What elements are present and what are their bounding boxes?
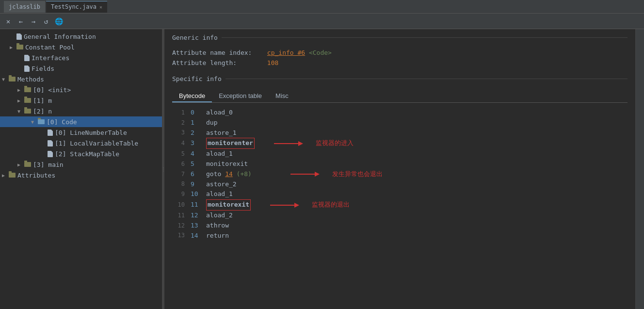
annotation-monitorenter: 监视器的进入 <box>316 138 354 148</box>
tree-item-constant-pool[interactable]: ▶ Constant Pool <box>0 42 162 52</box>
tree-item-general-info[interactable]: General Information <box>0 31 162 42</box>
file-icon <box>48 151 53 157</box>
forward-button[interactable]: → <box>28 16 39 27</box>
bc-instr-goto: goto <box>206 169 225 179</box>
bc-offset-14: 14 <box>191 231 202 241</box>
bytecode-table: 1 0 aload_0 2 1 dup 3 2 astore_1 4 3 mon… <box>172 108 628 241</box>
tab-misc[interactable]: Misc <box>269 90 295 102</box>
bc-offset-11: 11 <box>191 200 202 210</box>
right-panel: Generic info Attribute name index: cp_in… <box>164 29 635 309</box>
bc-instr-aload1: aload_1 <box>206 149 233 159</box>
tree-item-methods[interactable]: ▼ Methods <box>0 74 162 84</box>
toolbar: ✕ ← → ↺ 🌐 <box>0 14 644 29</box>
tree-label-stack-map-table: [2] StackMapTable <box>55 150 119 158</box>
tree-label-interfaces: Interfaces <box>32 54 69 62</box>
tree-label-constant-pool: Constant Pool <box>25 44 75 51</box>
tree-label-methods: Methods <box>17 76 44 83</box>
attribute-name-index-row: Attribute name index: cp_info #6 <Code> <box>172 49 628 56</box>
tree-item-stack-map-table[interactable]: [2] StackMapTable <box>0 148 162 159</box>
tree-label-init: [0] <init> <box>33 86 71 94</box>
tab-testsync-label: TestSync.java <box>51 3 97 10</box>
attribute-length-row: Attribute length: 108 <box>172 59 628 66</box>
bc-offset-9: 9 <box>191 179 202 190</box>
bc-line-4: 4 <box>173 139 185 148</box>
bc-offset-1: 1 <box>191 118 202 128</box>
attribute-length-value: 108 <box>267 59 278 66</box>
tree-item-code[interactable]: ▼ [0] Code <box>0 116 162 127</box>
close-button[interactable]: ✕ <box>3 16 14 27</box>
tree-item-attributes[interactable]: ▶ Attributes <box>0 170 162 180</box>
bc-line-12: 12 <box>173 221 185 230</box>
bc-instr-dup: dup <box>206 118 217 128</box>
tree-item-line-number-table[interactable]: [0] LineNumberTable <box>0 127 162 138</box>
tree-item-fields[interactable]: Fields <box>0 63 162 74</box>
arrow-right-icon2 <box>290 169 320 179</box>
bc-line-13: 13 <box>173 231 185 240</box>
bytecode-row-6: 6 5 monitorexit <box>172 159 628 169</box>
bc-offset-6: 6 <box>191 169 202 179</box>
tree-label-m: [1] m <box>33 97 52 104</box>
tab-testsync[interactable]: TestSync.java ✕ <box>46 1 107 13</box>
bc-line-5: 5 <box>173 149 185 159</box>
specific-info-title: Specific info <box>172 75 628 82</box>
file-icon <box>48 130 53 136</box>
bc-instr-monitorexit2: monitorexit <box>206 199 251 211</box>
attribute-name-index-label: Attribute name index: <box>172 49 259 56</box>
tree-label-fields: Fields <box>32 65 54 72</box>
arrow-right-icon <box>274 139 303 148</box>
tab-bytecode[interactable]: Bytecode <box>172 90 212 102</box>
refresh-button[interactable]: ↺ <box>41 16 51 27</box>
folder-icon <box>24 109 31 114</box>
bc-offset-5: 5 <box>191 159 202 169</box>
tree-label-code: [0] Code <box>47 118 77 126</box>
tree-item-local-variable-table[interactable]: [1] LocalVariableTable <box>0 138 162 148</box>
generic-info-title: Generic info <box>172 34 628 41</box>
left-panel: General Information ▶ Constant Pool Inte… <box>0 29 162 309</box>
bytecode-row-10: 10 11 monitorexit 监视器的退出 <box>172 199 628 211</box>
tree-item-m[interactable]: ▶ [1] m <box>0 95 162 106</box>
folder-icon <box>38 119 45 124</box>
bc-offset-12: 12 <box>191 211 202 221</box>
bc-offset-4: 4 <box>191 149 202 159</box>
bc-instr-return: return <box>206 231 229 241</box>
bc-instr-monitorenter: monitorenter <box>206 138 255 149</box>
file-icon <box>48 140 53 146</box>
tree-item-n[interactable]: ▼ [2] n <box>0 106 162 116</box>
bytecode-row-7: 7 6 goto 14 (+8) 发生异常也会退出 <box>172 169 628 179</box>
tree-item-main[interactable]: ▶ [3] main <box>0 159 162 170</box>
bytecode-row-4: 4 3 monitorenter 监视器的进入 <box>172 138 628 149</box>
bc-line-2: 2 <box>173 118 185 128</box>
tree-item-init[interactable]: ▶ [0] <init> <box>0 84 162 95</box>
file-icon <box>24 65 30 72</box>
bc-line-6: 6 <box>173 160 185 169</box>
bytecode-row-11: 11 12 aload_2 <box>172 211 628 221</box>
tree-label-line-number-table: [0] LineNumberTable <box>55 129 127 136</box>
tree-label-general-info: General Information <box>24 33 96 40</box>
bc-instr-astore1: astore_1 <box>206 128 237 138</box>
title-bar: jclasslib TestSync.java ✕ <box>0 0 644 14</box>
bc-instr-monitorexit: monitorexit <box>206 159 248 169</box>
bc-instr-aload1b: aload_1 <box>206 189 233 199</box>
bytecode-row-9: 9 10 aload_1 <box>172 189 628 199</box>
bytecode-row-13: 13 14 return <box>172 231 628 241</box>
bc-instr-athrow: athrow <box>206 221 229 231</box>
browser-button[interactable]: 🌐 <box>53 16 64 27</box>
attribute-length-label: Attribute length: <box>172 59 259 66</box>
tab-exception-table[interactable]: Exception table <box>212 90 269 102</box>
bytecode-row-12: 12 13 athrow <box>172 221 628 231</box>
close-icon[interactable]: ✕ <box>99 4 102 10</box>
bc-offset-13: 13 <box>191 221 202 231</box>
folder-icon <box>9 77 16 81</box>
tab-jclasslib[interactable]: jclasslib <box>4 1 45 13</box>
annotation-monitorexit: 监视器的退出 <box>312 200 350 210</box>
tree-item-interfaces[interactable]: Interfaces <box>0 52 162 63</box>
bc-line-3: 3 <box>173 128 185 137</box>
tab-jclasslib-label: jclasslib <box>9 3 40 10</box>
back-button[interactable]: ← <box>16 16 26 27</box>
attribute-name-index-value[interactable]: cp_info #6 <box>267 49 305 56</box>
bytecode-row-2: 2 1 dup <box>172 118 628 128</box>
folder-icon <box>24 98 31 103</box>
bc-ref-14[interactable]: 14 <box>225 169 233 179</box>
bc-line-8: 8 <box>173 179 185 189</box>
bytecode-row-1: 1 0 aload_0 <box>172 108 628 118</box>
